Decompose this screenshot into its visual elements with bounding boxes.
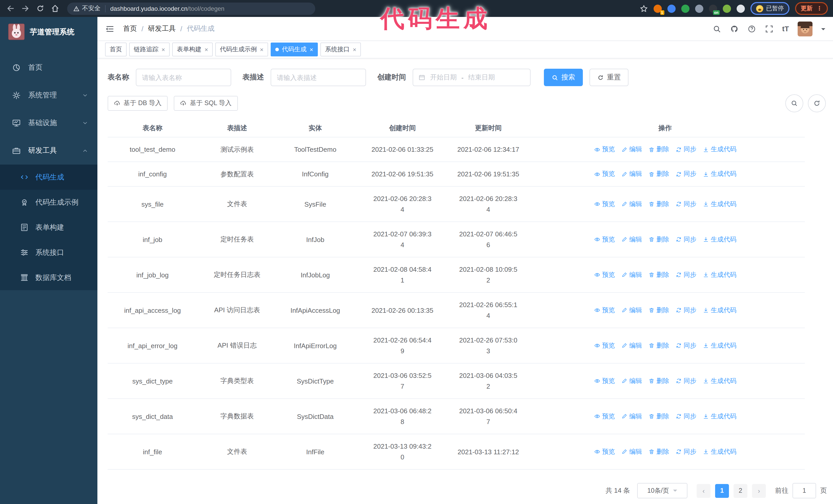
action-generate-code[interactable]: 生成代码 xyxy=(703,306,736,315)
fullscreen-icon[interactable] xyxy=(765,24,774,33)
action-sync[interactable]: 同步 xyxy=(675,235,696,244)
extension-grid[interactable] xyxy=(695,4,703,13)
prev-page-button[interactable]: ‹ xyxy=(697,484,711,498)
action-delete[interactable]: 删除 xyxy=(648,306,669,315)
tab-代码生成示例[interactable]: 代码生成示例× xyxy=(215,43,268,56)
action-delete[interactable]: 删除 xyxy=(648,447,669,456)
action-generate-code[interactable]: 生成代码 xyxy=(703,341,736,350)
tab-系统接口[interactable]: 系统接口× xyxy=(320,43,361,56)
action-delete[interactable]: 删除 xyxy=(648,235,669,244)
action-generate-code[interactable]: 生成代码 xyxy=(703,145,736,154)
browser-menu-dots-icon[interactable]: ⋮ xyxy=(816,5,822,12)
sidebar-subitem-system-api[interactable]: 系统接口 xyxy=(0,240,97,265)
action-generate-code[interactable]: 生成代码 xyxy=(703,235,736,244)
sidebar-subitem-codegen-example[interactable]: 代码生成示例 xyxy=(0,190,97,215)
action-delete[interactable]: 删除 xyxy=(648,170,669,178)
action-edit[interactable]: 编辑 xyxy=(621,341,642,350)
action-sync[interactable]: 同步 xyxy=(675,170,696,178)
next-page-button[interactable]: › xyxy=(752,484,766,498)
action-edit[interactable]: 编辑 xyxy=(621,145,642,154)
breadcrumb-devtools[interactable]: 研发工具 xyxy=(148,24,176,33)
action-generate-code[interactable]: 生成代码 xyxy=(703,377,736,385)
browser-update-button[interactable]: 更新 ⋮ xyxy=(795,2,828,15)
page-button-1[interactable]: 1 xyxy=(715,484,729,498)
action-preview[interactable]: 预览 xyxy=(594,270,615,279)
action-sync[interactable]: 同步 xyxy=(675,306,696,315)
sidebar-item-home[interactable]: 首页 xyxy=(0,54,97,81)
app-logo-row[interactable]: 芋道管理系统 xyxy=(0,17,97,47)
refresh-table-button[interactable] xyxy=(808,94,826,112)
breadcrumb-home[interactable]: 首页 xyxy=(123,24,137,33)
action-sync[interactable]: 同步 xyxy=(675,270,696,279)
action-generate-code[interactable]: 生成代码 xyxy=(703,447,736,456)
action-generate-code[interactable]: 生成代码 xyxy=(703,200,736,209)
browser-forward-icon[interactable] xyxy=(21,4,30,13)
browser-home-icon[interactable] xyxy=(51,4,60,13)
extension-puzzle[interactable] xyxy=(736,4,744,13)
action-preview[interactable]: 预览 xyxy=(594,145,615,154)
address-bar[interactable]: 不安全 dashboard.yudao.iocoder.cn/tool/code… xyxy=(67,2,315,15)
import-db-button[interactable]: 基于 DB 导入 xyxy=(108,96,168,111)
action-preview[interactable]: 预览 xyxy=(594,306,615,315)
action-edit[interactable]: 编辑 xyxy=(621,170,642,178)
action-sync[interactable]: 同步 xyxy=(675,200,696,209)
action-delete[interactable]: 删除 xyxy=(648,341,669,350)
action-preview[interactable]: 预览 xyxy=(594,235,615,244)
search-icon[interactable] xyxy=(713,24,721,33)
action-preview[interactable]: 预览 xyxy=(594,412,615,421)
sidebar-item-devtools[interactable]: 研发工具 xyxy=(0,137,97,165)
action-generate-code[interactable]: 生成代码 xyxy=(703,270,736,279)
browser-profile-chip[interactable]: 已暂停 xyxy=(750,2,789,15)
action-sync[interactable]: 同步 xyxy=(675,377,696,385)
close-icon[interactable]: × xyxy=(310,46,313,52)
close-icon[interactable]: × xyxy=(353,46,356,52)
sidebar-subitem-codegen[interactable]: 代码生成 xyxy=(0,165,97,190)
close-icon[interactable]: × xyxy=(162,46,165,52)
action-delete[interactable]: 删除 xyxy=(648,200,669,209)
sidebar-subitem-form-builder[interactable]: 表单构建 xyxy=(0,215,97,240)
sidebar-item-infra[interactable]: 基础设施 xyxy=(0,109,97,137)
tab-首页[interactable]: 首页 xyxy=(105,43,127,56)
action-sync[interactable]: 同步 xyxy=(675,341,696,350)
bookmark-star-icon[interactable] xyxy=(640,4,648,13)
action-preview[interactable]: 预览 xyxy=(594,170,615,178)
action-delete[interactable]: 删除 xyxy=(648,412,669,421)
action-edit[interactable]: 编辑 xyxy=(621,412,642,421)
help-icon[interactable] xyxy=(747,24,756,33)
tab-代码生成[interactable]: 代码生成× xyxy=(271,43,318,56)
page-size-select[interactable]: 10条/页 xyxy=(637,483,687,498)
action-delete[interactable]: 删除 xyxy=(648,377,669,385)
action-delete[interactable]: 删除 xyxy=(648,145,669,154)
extension-green-check[interactable] xyxy=(681,4,689,13)
action-preview[interactable]: 预览 xyxy=(594,377,615,385)
font-size-icon[interactable]: tT xyxy=(782,25,789,33)
extension-orange-c[interactable]: 1 xyxy=(653,4,662,13)
action-preview[interactable]: 预览 xyxy=(594,447,615,456)
action-edit[interactable]: 编辑 xyxy=(621,200,642,209)
action-edit[interactable]: 编辑 xyxy=(621,270,642,279)
extension-green-bot[interactable] xyxy=(722,4,731,13)
action-edit[interactable]: 编辑 xyxy=(621,306,642,315)
tab-链路追踪[interactable]: 链路追踪× xyxy=(129,43,170,56)
import-sql-button[interactable]: 基于 SQL 导入 xyxy=(174,96,238,111)
toggle-search-button[interactable] xyxy=(785,94,803,112)
github-icon[interactable] xyxy=(730,24,739,33)
reset-button[interactable]: 重置 xyxy=(590,69,628,86)
extension-dark-on[interactable]: on xyxy=(709,4,717,13)
action-sync[interactable]: 同步 xyxy=(675,412,696,421)
action-generate-code[interactable]: 生成代码 xyxy=(703,412,736,421)
browser-reload-icon[interactable] xyxy=(36,4,45,13)
action-edit[interactable]: 编辑 xyxy=(621,447,642,456)
action-preview[interactable]: 预览 xyxy=(594,341,615,350)
search-button[interactable]: 搜索 xyxy=(544,69,583,86)
goto-page-input[interactable] xyxy=(792,483,816,498)
tab-表单构建[interactable]: 表单构建× xyxy=(172,43,213,56)
table-desc-input[interactable] xyxy=(271,69,366,86)
close-icon[interactable]: × xyxy=(205,46,208,52)
browser-back-icon[interactable] xyxy=(6,4,15,13)
action-delete[interactable]: 删除 xyxy=(648,270,669,279)
table-name-input[interactable] xyxy=(136,69,231,86)
collapse-sidebar-icon[interactable] xyxy=(105,24,115,33)
action-preview[interactable]: 预览 xyxy=(594,200,615,209)
sidebar-item-system[interactable]: 系统管理 xyxy=(0,81,97,109)
